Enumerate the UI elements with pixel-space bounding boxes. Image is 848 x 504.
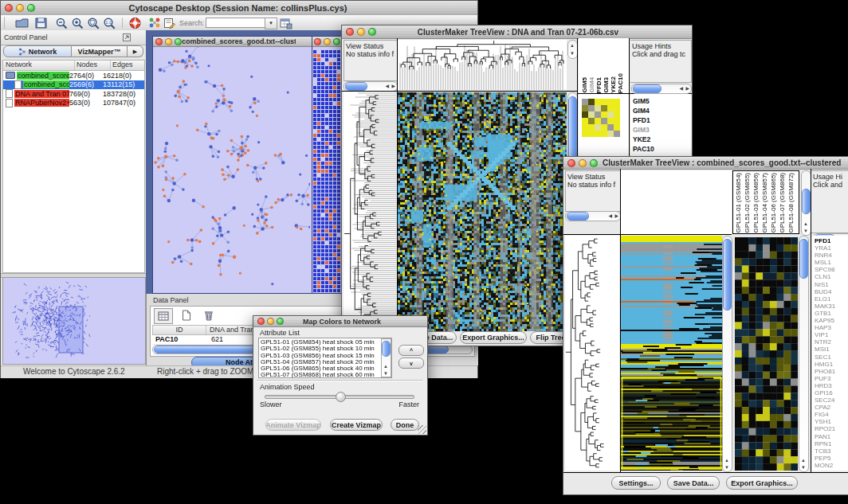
zoom-window-icon[interactable] — [333, 38, 340, 45]
create-vizmap-button[interactable]: Create Vizmap — [330, 419, 383, 431]
tv2-col-label[interactable]: GPL51-04 (GSM857) — [761, 173, 770, 233]
tv2-row-label[interactable]: GTB1 — [815, 310, 848, 317]
tv2-row-label[interactable]: HRD3 — [815, 382, 848, 389]
matrix-cell[interactable] — [614, 111, 620, 118]
save-icon[interactable] — [34, 17, 48, 29]
tv2-col-label[interactable]: GPL51-03 (GSM856) — [752, 173, 761, 233]
tv1-row-label[interactable]: GIM3 — [633, 125, 691, 135]
col-id[interactable]: ID — [153, 326, 206, 334]
matrix-cell[interactable] — [601, 131, 607, 137]
tv1-col-label[interactable]: PAC10 — [617, 73, 624, 93]
matrix-cell[interactable] — [614, 105, 620, 111]
zoom-in-icon[interactable] — [71, 17, 84, 29]
tv2-col-label[interactable]: GPL51-01 (GSM854) — [735, 173, 744, 233]
treeview2-titlebar[interactable]: ClusterMaker TreeView : combined_scores_… — [563, 157, 848, 170]
matrix-cell[interactable] — [582, 118, 588, 124]
tv2-row-label[interactable]: PEP5 — [815, 455, 848, 462]
tv1-usage-hscroll[interactable]: ◀ ▶ — [631, 84, 692, 94]
tv1-row-label[interactable]: GIM5 — [633, 96, 691, 106]
network-row[interactable]: DNA and Tran 07769(0)183728(0) — [3, 89, 144, 99]
tv2-row-label[interactable]: MSL1 — [815, 259, 848, 266]
network-view-frame[interactable]: combined_scores_good.txt--cluste... — [152, 36, 312, 294]
network-row[interactable]: combined_scores2764(0)16218(0) — [3, 71, 144, 80]
tv2-row-label[interactable]: MON2 — [815, 462, 848, 469]
matrix-cell[interactable] — [607, 105, 614, 111]
move-down-button[interactable]: v — [398, 357, 424, 369]
tv2-row-label[interactable]: TCB3 — [815, 447, 848, 455]
zoom-selected-icon[interactable] — [87, 17, 100, 29]
tv2-row-label[interactable]: FIG4 — [815, 411, 848, 418]
tv2-row-label[interactable]: MAK31 — [815, 303, 848, 310]
new-document-icon[interactable] — [178, 308, 195, 322]
tv2-row-label[interactable]: SEC24 — [815, 397, 848, 404]
tv2-row-label[interactable]: RPN1 — [815, 440, 848, 447]
tv2-row-label[interactable]: CLN1 — [815, 273, 848, 280]
zoom-window-icon[interactable] — [368, 28, 376, 36]
tv2-row-label[interactable]: PAN1 — [815, 433, 848, 440]
attribute-list-vscroll[interactable]: ▲ ▼ — [381, 338, 391, 377]
close-icon[interactable] — [155, 38, 163, 45]
tv1-row-label[interactable]: PAC10 — [633, 144, 691, 154]
matrix-cell[interactable] — [614, 99, 620, 105]
tv1-col-label[interactable]: PFD1 — [595, 77, 603, 93]
tv2-row-label[interactable]: PFD1 — [815, 237, 848, 244]
float-panel-icon[interactable] — [122, 33, 132, 42]
matrix-cell[interactable] — [582, 111, 588, 118]
close-icon[interactable] — [314, 38, 321, 45]
matrix-cell[interactable] — [582, 105, 588, 111]
tv2-row-label[interactable]: MSI1 — [815, 346, 848, 353]
tv2-row-dendrogram[interactable] — [565, 236, 619, 471]
network-list-header[interactable]: Network Nodes Edges — [3, 61, 144, 71]
zoom-out-icon[interactable] — [55, 17, 69, 29]
col-network[interactable]: Network — [3, 61, 75, 70]
treeview1-titlebar[interactable]: ClusterMaker TreeView : DNA and Tran 07-… — [342, 25, 692, 39]
animate-vizmap-button[interactable]: Animate Vizmap — [265, 419, 321, 431]
annotation-icon[interactable] — [163, 17, 176, 29]
table-icon[interactable] — [154, 308, 173, 324]
matrix-cell[interactable] — [588, 111, 595, 118]
matrix-cell[interactable] — [588, 118, 595, 124]
tv2-row-label[interactable]: CPA2 — [815, 404, 848, 411]
tv1-column-dendrogram[interactable] — [398, 40, 567, 90]
tv2-row-label[interactable]: KAP95 — [815, 317, 848, 324]
tv1-heatmap[interactable] — [398, 92, 567, 331]
tv2-row-label[interactable]: NTR2 — [815, 338, 848, 346]
tv2-row-label[interactable]: RNR4 — [815, 252, 848, 259]
matrix-cell[interactable] — [582, 124, 588, 131]
tab-network[interactable]: Network — [3, 45, 72, 57]
matrix-cell[interactable] — [607, 99, 614, 105]
network-canvas[interactable] — [153, 47, 310, 292]
matrix-cell[interactable] — [588, 124, 595, 131]
matrix-cell[interactable] — [595, 124, 601, 131]
minimize-icon[interactable] — [165, 38, 172, 45]
matrix-cell[interactable] — [601, 124, 607, 131]
matrix-cell[interactable] — [582, 99, 588, 105]
search-dropdown-button[interactable]: ▼ — [265, 18, 277, 29]
matrix-cell[interactable] — [582, 131, 588, 137]
tv1-col-label[interactable]: GIM4 — [588, 77, 595, 93]
matrix-cell[interactable] — [601, 99, 607, 105]
zoom-window-icon[interactable] — [175, 38, 182, 45]
tv2-row-label[interactable]: VIP1 — [815, 331, 848, 338]
tv2-row-label[interactable]: ELG1 — [815, 295, 848, 303]
attribute-listbox[interactable]: GPL51-01 (GSM854) heat shock 05 minGPL51… — [258, 338, 392, 378]
network-frame-titlebar[interactable]: combined_scores_good.txt--cluste... — [153, 37, 312, 47]
window-controls[interactable] — [5, 4, 35, 12]
tv2-heatmap[interactable] — [621, 236, 722, 471]
matrix-cell[interactable] — [614, 118, 620, 124]
minimize-icon[interactable] — [324, 38, 331, 45]
search-input[interactable] — [206, 18, 266, 28]
matrix-cell[interactable] — [614, 131, 620, 137]
tab-overflow[interactable]: ▶ — [128, 45, 143, 57]
tv2-col-label[interactable]: GPL51-08 (GSM872) — [787, 173, 796, 233]
close-icon[interactable] — [257, 318, 265, 325]
tv2-row-label[interactable]: GPI16 — [815, 389, 848, 397]
matrix-cell[interactable] — [607, 111, 614, 118]
tv2-row-label[interactable]: YSH1 — [815, 418, 848, 425]
col-nodes[interactable]: Nodes — [75, 61, 111, 70]
zoom-window-icon[interactable] — [27, 4, 35, 12]
tv2-row-label[interactable]: SPC98 — [815, 266, 848, 273]
tv2-col-label[interactable]: GPL51-02 (GSM855) — [744, 173, 752, 233]
matrix-cell[interactable] — [601, 118, 607, 124]
minimize-icon[interactable] — [16, 4, 24, 12]
